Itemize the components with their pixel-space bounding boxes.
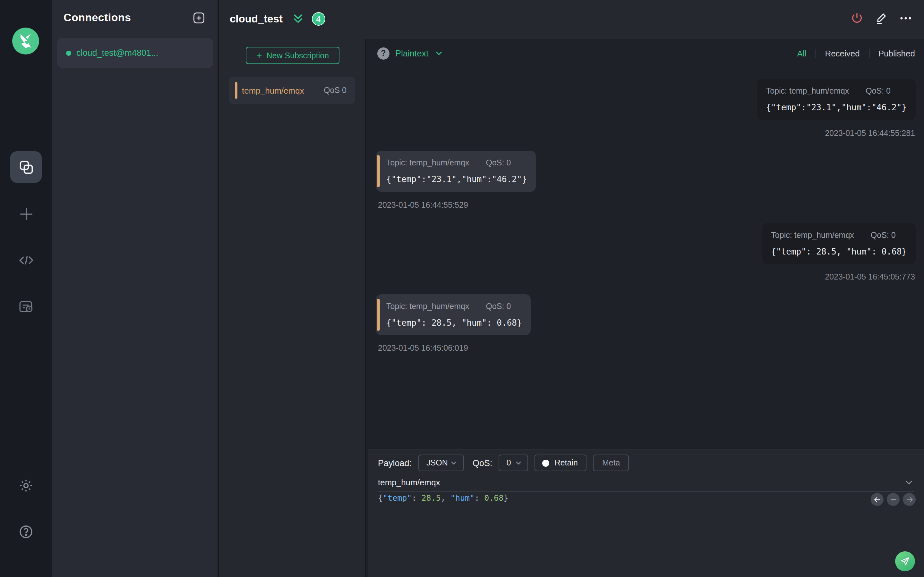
nav-log-button[interactable] — [10, 291, 42, 322]
meta-button[interactable]: Meta — [593, 455, 629, 471]
message-bubble-received[interactable]: Topic: temp_hum/emqx QoS: 0 {"temp":"23.… — [376, 151, 536, 192]
ellipsis-icon — [899, 11, 913, 27]
new-subscription-label: New Subscription — [267, 51, 329, 60]
topic-input[interactable]: temp_hum/emqx — [378, 478, 904, 487]
editor-token: 0.68 — [484, 493, 503, 503]
nav-new-connection-button[interactable] — [10, 198, 42, 229]
editor-token: : — [412, 493, 421, 503]
qos-label: QoS: — [473, 458, 493, 468]
editor-token: : — [475, 493, 484, 503]
connection-name: cloud_test@m4801... — [76, 48, 158, 58]
history-next-button[interactable] — [903, 493, 916, 506]
message-payload: {"temp":"23.1","hum":"46.2"} — [766, 103, 907, 112]
editor-token: 28.5 — [422, 493, 441, 503]
connections-panel: Connections cloud_test@m4801... — [52, 0, 219, 577]
connection-status-dot — [66, 50, 71, 55]
message-bubble-published[interactable]: Topic: temp_hum/emqx QoS: 0 {"temp":"23.… — [757, 79, 916, 120]
message-bubble-received[interactable]: Topic: temp_hum/emqx QoS: 0 {"temp": 28.… — [376, 294, 531, 335]
history-navigation — [871, 493, 916, 506]
editor-token: "hum" — [451, 493, 475, 503]
disconnect-button[interactable] — [850, 11, 864, 27]
format-help-icon[interactable]: ? — [377, 47, 389, 59]
tab-all[interactable]: All — [797, 48, 806, 58]
question-circle-icon — [18, 524, 34, 540]
retain-label: Retain — [555, 458, 578, 467]
editor-token: "temp" — [383, 493, 412, 503]
history-clear-button[interactable] — [887, 493, 900, 506]
messages-toolbar: ? Plaintext All Received Published — [368, 39, 924, 67]
message-topic: Topic: temp_hum/emqx — [771, 231, 854, 240]
subscription-list-item[interactable]: temp_hum/emqx QoS 0 — [229, 77, 355, 104]
message-bubble-published[interactable]: Topic: temp_hum/emqx QoS: 0 {"temp": 28.… — [762, 223, 916, 264]
topic-input-row: temp_hum/emqx — [378, 474, 914, 492]
settings-button[interactable] — [10, 470, 42, 501]
new-connection-button[interactable] — [192, 11, 206, 25]
message-payload: {"temp":"23.1","hum":"46.2"} — [386, 174, 527, 184]
nav-connections-button[interactable] — [10, 151, 42, 183]
history-prev-button[interactable] — [871, 493, 884, 506]
format-label: Plaintext — [395, 48, 429, 58]
plus-icon: + — [256, 50, 262, 60]
tab-received[interactable]: Received — [825, 48, 859, 58]
power-icon — [850, 11, 864, 27]
arrow-right-icon — [905, 495, 913, 504]
message-filter-tabs: All Received Published — [797, 48, 915, 58]
new-subscription-button[interactable]: + New Subscription — [246, 47, 339, 64]
subscription-topic: temp_hum/emqx — [242, 85, 304, 95]
message-payload: {"temp": 28.5, "hum": 0.68} — [386, 318, 522, 327]
edit-connection-button[interactable] — [875, 11, 888, 27]
qos-select[interactable]: 0 — [499, 455, 528, 471]
code-icon — [18, 251, 34, 268]
message-qos: QoS: 0 — [871, 231, 896, 240]
connection-list-item[interactable]: cloud_test@m4801... — [57, 38, 213, 68]
plus-icon — [17, 205, 35, 223]
collapse-editor-icon[interactable] — [904, 478, 914, 487]
mqttx-logo-icon — [12, 27, 39, 55]
minus-icon — [889, 495, 897, 504]
pencil-icon — [875, 11, 888, 27]
message-topic: Topic: temp_hum/emqx — [766, 87, 849, 95]
message-qos: QoS: 0 — [486, 158, 511, 167]
message-count-badge[interactable]: 4 — [312, 12, 325, 26]
message-timestamp: 2023-01-05 16:44:55:281 — [825, 129, 915, 138]
payload-format-select[interactable]: ? Plaintext — [377, 47, 443, 59]
chevron-down-icon — [435, 49, 443, 58]
payload-type-value: JSON — [426, 458, 448, 467]
arrow-left-icon — [873, 495, 881, 504]
more-options-button[interactable] — [899, 11, 913, 27]
message-topic: Topic: temp_hum/emqx — [386, 302, 469, 311]
editor-token: , — [441, 493, 451, 503]
square-plus-icon — [192, 17, 206, 27]
send-button[interactable] — [895, 551, 915, 571]
subscription-qos: QoS 0 — [324, 86, 347, 95]
publish-panel: Payload: JSON QoS: 0 Retain Meta temp_hu… — [368, 449, 924, 577]
publish-toolbar: Payload: JSON QoS: 0 Retain Meta — [378, 455, 629, 471]
mqttx-window: Connections cloud_test@m4801... cloud_te… — [0, 0, 924, 577]
received-accent-bar — [376, 299, 380, 331]
collapse-panel-icon[interactable] — [292, 13, 304, 24]
gear-icon — [18, 478, 34, 494]
meta-label: Meta — [602, 458, 620, 467]
editor-token: { — [378, 493, 383, 503]
send-plane-icon — [900, 556, 911, 567]
connection-header: cloud_test 4 — [219, 0, 924, 39]
log-icon — [18, 299, 34, 315]
chevron-down-icon — [449, 459, 457, 467]
message-timestamp: 2023-01-05 16:44:55:529 — [378, 201, 468, 210]
message-timestamp: 2023-01-05 16:45:06:019 — [378, 343, 468, 353]
help-button[interactable] — [10, 516, 42, 548]
retain-toggle[interactable]: Retain — [535, 455, 587, 471]
nav-script-button[interactable] — [10, 244, 42, 276]
received-accent-bar — [376, 155, 380, 187]
message-payload: {"temp": 28.5, "hum": 0.68} — [771, 247, 907, 256]
retain-dot-icon — [543, 459, 549, 466]
tab-published[interactable]: Published — [879, 48, 915, 58]
payload-type-label: Payload: — [378, 458, 412, 468]
payload-editor[interactable]: {"temp": 28.5, "hum": 0.68} — [378, 493, 509, 503]
subscriptions-panel: + New Subscription temp_hum/emqx QoS 0 — [219, 39, 367, 577]
chevron-down-icon — [515, 459, 523, 467]
message-qos: QoS: 0 — [486, 302, 511, 311]
connections-icon — [18, 159, 34, 175]
app-rail — [0, 0, 52, 577]
payload-type-select[interactable]: JSON — [418, 455, 464, 471]
